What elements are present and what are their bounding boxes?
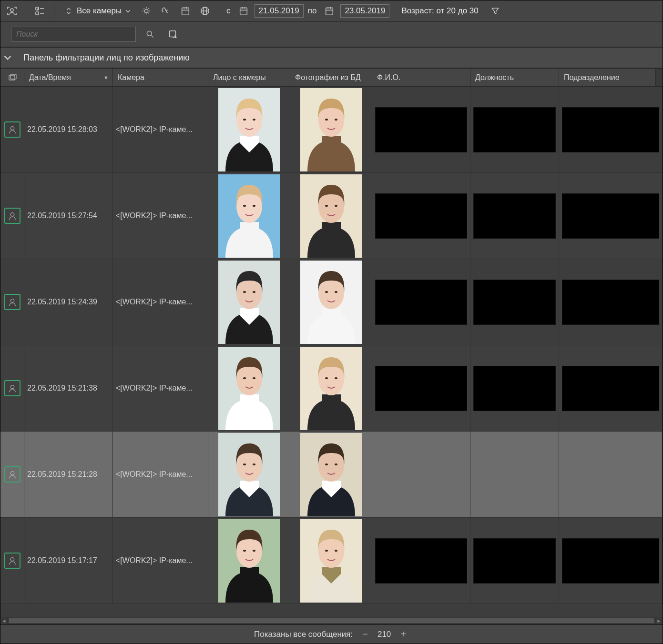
row-datetime: 22.05.2019 15:21:38: [24, 345, 113, 431]
row-department: [559, 173, 663, 259]
row-position: [470, 259, 559, 345]
main-toolbar: Все камеры с 21.05.2019 по 23.05.2019 Во…: [0, 0, 663, 22]
row-department: [559, 432, 663, 517]
table-row[interactable]: 22.05.2019 15:21:38 <[WORK2]> IP-каме...: [0, 345, 663, 432]
svg-point-62: [253, 463, 255, 465]
row-camera: <[WORK2]> IP-каме...: [113, 259, 208, 345]
row-face-icon: [0, 432, 24, 517]
svg-point-33: [325, 205, 328, 207]
filter-funnel-icon[interactable]: [487, 2, 504, 20]
svg-point-67: [335, 463, 337, 465]
globe-icon[interactable]: [196, 2, 214, 20]
svg-point-9: [147, 31, 152, 36]
row-fio: [372, 518, 470, 604]
count-decrement-button[interactable]: −: [359, 629, 371, 640]
col-datetime[interactable]: Дата/Время ▼: [24, 69, 113, 86]
row-position: [470, 518, 559, 604]
row-face-icon: [0, 173, 24, 259]
row-db-face: [290, 173, 372, 259]
calendar-from-icon[interactable]: [235, 2, 252, 20]
table-row[interactable]: 22.05.2019 15:27:54 <[WORK2]> IP-каме...: [0, 173, 663, 259]
svg-rect-4: [182, 8, 189, 15]
svg-point-34: [335, 205, 337, 207]
col-department[interactable]: Подразделение: [559, 69, 656, 86]
col-checkbox[interactable]: [0, 69, 24, 86]
table-row[interactable]: 22.05.2019 15:21:28 <[WORK2]> IP-каме...: [0, 432, 663, 518]
row-camera: <[WORK2]> IP-каме...: [113, 518, 208, 604]
date-from-field[interactable]: 21.05.2019: [255, 4, 304, 18]
row-position: [470, 432, 559, 517]
chevron-down-icon: [125, 9, 131, 14]
row-camera: <[WORK2]> IP-каме...: [113, 432, 208, 517]
svg-point-72: [243, 550, 246, 552]
table-row[interactable]: 22.05.2019 15:17:17 <[WORK2]> IP-каме...: [0, 518, 663, 604]
row-department: [559, 518, 663, 604]
col-camera[interactable]: Камера: [113, 69, 208, 86]
scroll-left-icon[interactable]: ◄: [0, 617, 8, 624]
refresh-icon[interactable]: [138, 2, 155, 20]
col-camera-face[interactable]: Лицо с камеры: [208, 69, 290, 86]
date-from-prefix: с: [226, 6, 231, 16]
row-position: [470, 173, 559, 259]
search-toolbar: [0, 22, 663, 47]
table-row[interactable]: 22.05.2019 15:28:03 <[WORK2]> IP-каме...: [0, 87, 663, 173]
camera-selector-dropdown[interactable]: Все камеры: [60, 2, 135, 20]
calendar-icon[interactable]: [177, 2, 194, 20]
row-face-icon: [0, 87, 24, 172]
row-fio: [372, 173, 470, 259]
search-icon[interactable]: [142, 26, 159, 43]
search-input[interactable]: [11, 27, 136, 42]
row-datetime: 22.05.2019 15:24:39: [24, 259, 113, 345]
filter-panel-title: Панель фильтрации лиц по изображению: [15, 53, 190, 63]
row-face-icon: [0, 345, 24, 431]
scroll-right-icon[interactable]: ►: [655, 617, 663, 624]
svg-point-77: [325, 550, 328, 552]
tree-check-icon[interactable]: [31, 2, 49, 20]
svg-point-57: [10, 472, 14, 475]
results-grid: Дата/Время ▼ Камера Лицо с камеры Фотогр…: [0, 68, 663, 617]
row-department: [559, 87, 663, 172]
svg-point-56: [335, 377, 337, 379]
text-tag-icon[interactable]: [157, 2, 174, 20]
svg-rect-2: [36, 12, 39, 15]
row-db-face: [290, 87, 372, 172]
svg-point-68: [10, 558, 14, 561]
svg-point-3: [144, 9, 148, 12]
svg-point-51: [253, 377, 255, 379]
svg-point-35: [10, 299, 14, 302]
date-to-field[interactable]: 23.05.2019: [340, 4, 389, 18]
svg-point-0: [10, 9, 13, 11]
svg-point-46: [10, 385, 14, 389]
col-fio[interactable]: Ф.И.О.: [372, 69, 470, 86]
camera-selector-label: Все камеры: [77, 6, 122, 16]
expand-vert-icon: [64, 7, 73, 15]
row-position: [470, 87, 559, 172]
svg-point-13: [10, 127, 14, 130]
status-label: Показаны все сообщения:: [254, 630, 353, 639]
grid-body: 22.05.2019 15:28:03 <[WORK2]> IP-каме...: [0, 87, 663, 617]
filter-panel-header[interactable]: Панель фильтрации лиц по изображению: [0, 47, 663, 68]
grid-header: Дата/Время ▼ Камера Лицо с камеры Фотогр…: [0, 69, 663, 87]
svg-point-24: [10, 213, 14, 216]
svg-point-55: [325, 377, 328, 379]
svg-point-17: [243, 119, 246, 121]
export-icon[interactable]: [164, 26, 182, 43]
row-position: [470, 345, 559, 431]
svg-point-61: [243, 463, 246, 465]
svg-point-66: [325, 463, 328, 465]
face-detect-icon[interactable]: [3, 2, 20, 20]
svg-point-28: [243, 205, 246, 207]
row-db-face: [290, 432, 372, 517]
table-row[interactable]: 22.05.2019 15:24:39 <[WORK2]> IP-каме...: [0, 259, 663, 345]
row-camera-face: [208, 259, 290, 345]
calendar-to-icon[interactable]: [321, 2, 338, 20]
row-fio: [372, 259, 470, 345]
col-db-photo[interactable]: Фотография из БД: [290, 69, 372, 86]
row-db-face: [290, 259, 372, 345]
col-position[interactable]: Должность: [470, 69, 559, 86]
count-increment-button[interactable]: +: [398, 629, 409, 640]
svg-point-23: [335, 119, 337, 121]
svg-point-45: [335, 291, 337, 293]
svg-point-73: [253, 550, 255, 552]
row-fio: [372, 345, 470, 431]
